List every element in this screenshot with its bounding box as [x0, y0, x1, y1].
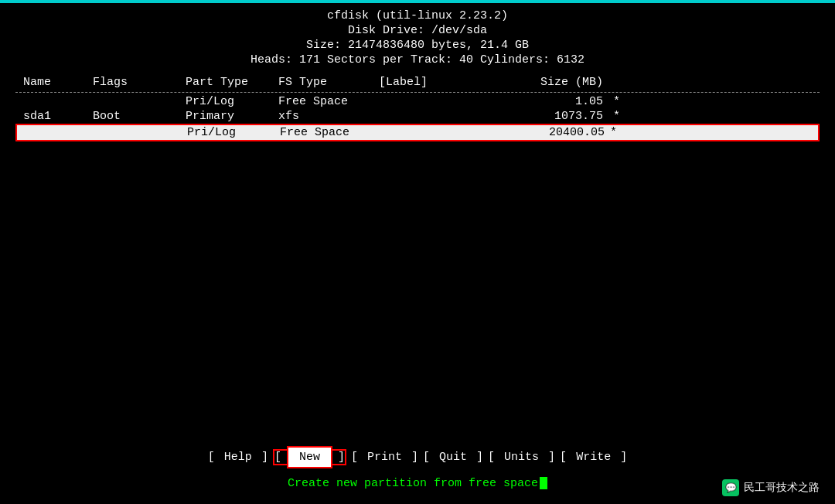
app-title: cfdisk (util-linux 2.23.2) [15, 9, 820, 22]
title-section: cfdisk (util-linux 2.23.2) Disk Drive: /… [15, 9, 820, 66]
row2-name: sda1 [15, 110, 93, 123]
bracket: ] [548, 451, 555, 464]
menu-units[interactable]: Units [499, 451, 544, 464]
bracket: [ [351, 451, 358, 464]
menu-buttons: [ Help ] [ New ] [ Print ] [ Quit ] [ Un… [0, 449, 835, 465]
bracket: ] [620, 451, 627, 464]
new-button-wrapper: [ New ] [273, 449, 346, 465]
col-header-size: Size (MB) [503, 76, 603, 89]
row2-size: 1073.75 [503, 110, 603, 123]
row3-fstype: Free Space [280, 126, 380, 139]
row2-flags: Boot [93, 110, 186, 123]
terminal-screen: cfdisk (util-linux 2.23.2) Disk Drive: /… [0, 0, 835, 504]
row3-parttype: Pri/Log [187, 126, 280, 139]
col-header-name: Name [15, 76, 93, 89]
menu-print[interactable]: Print [363, 451, 407, 464]
bracket: ] [338, 451, 345, 464]
table-divider [15, 92, 820, 93]
disk-size: Size: 21474836480 bytes, 21.4 GB [15, 39, 820, 52]
bracket: [ [208, 451, 215, 464]
menu-quit[interactable]: Quit [435, 451, 472, 464]
table-header: Name Flags Part Type FS Type [Label] Siz… [15, 74, 820, 90]
watermark: 💬 民工哥技术之路 [722, 479, 820, 496]
row1-star: * [608, 95, 623, 108]
menu-help[interactable]: Help [220, 451, 257, 464]
row1-size: 1.05 [503, 95, 603, 108]
bracket: [ [560, 451, 567, 464]
row1-parttype: Pri/Log [186, 95, 278, 108]
row2-parttype: Primary [186, 110, 278, 123]
col-header-fstype: FS Type [278, 76, 379, 89]
row3-star: * [605, 126, 620, 139]
watermark-text: 民工哥技术之路 [744, 481, 820, 495]
row2-star: * [608, 110, 623, 123]
col-header-label: [Label] [379, 76, 503, 89]
selected-row-wrapper: Pri/Log Free Space 20400.05 * [15, 124, 820, 141]
menu-new[interactable]: New [288, 448, 331, 467]
row1-fstype: Free Space [278, 95, 379, 108]
bracket: ] [261, 451, 268, 464]
row3-size: 20400.05 [504, 126, 605, 139]
cursor [540, 477, 547, 489]
col-header-flags: Flags [93, 76, 186, 89]
main-content: cfdisk (util-linux 2.23.2) Disk Drive: /… [0, 3, 835, 141]
menu-write[interactable]: Write [571, 451, 615, 464]
row2-fstype: xfs [278, 110, 379, 123]
table-row[interactable]: sda1 Boot Primary xfs 1073.75 * [15, 109, 820, 124]
col-header-parttype: Part Type [186, 76, 278, 89]
table-row-selected[interactable]: Pri/Log Free Space 20400.05 * [17, 125, 818, 140]
status-line: Create new partition from free space [0, 477, 835, 490]
table-row[interactable]: Pri/Log Free Space 1.05 * [15, 94, 820, 109]
disk-drive: Disk Drive: /dev/sda [15, 24, 820, 37]
menu-area: [ Help ] [ New ] [ Print ] [ Quit ] [ Un… [0, 449, 835, 465]
wechat-icon: 💬 [722, 479, 739, 496]
bracket: [ [423, 451, 430, 464]
status-text: Create new partition from free space [288, 477, 538, 490]
bracket: ] [411, 451, 418, 464]
disk-geometry: Heads: 171 Sectors per Track: 40 Cylinde… [15, 53, 820, 66]
bracket: [ [274, 451, 281, 464]
bracket: [ [488, 451, 495, 464]
bracket: ] [476, 451, 483, 464]
